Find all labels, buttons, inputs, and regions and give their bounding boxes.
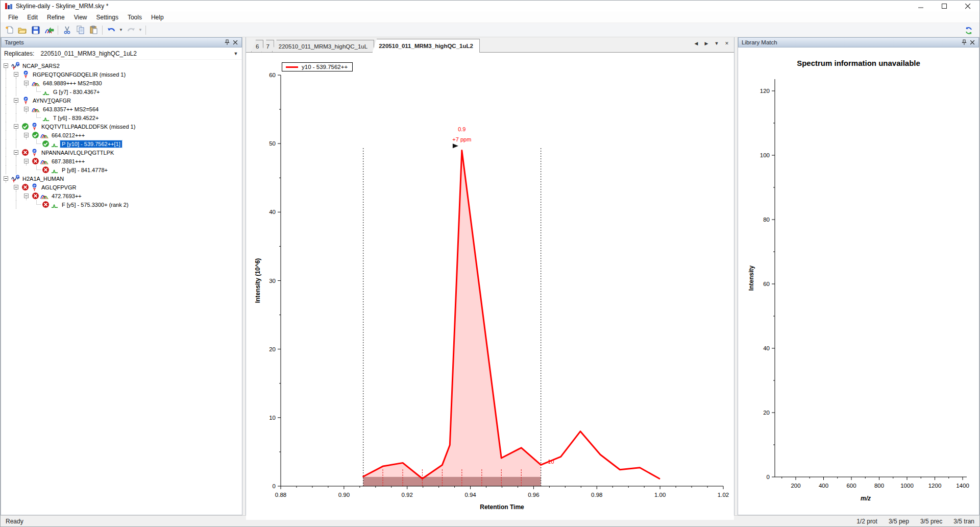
- library-match-header[interactable]: Library Match: [738, 37, 979, 47]
- pin-button[interactable]: [960, 39, 968, 46]
- tree-label[interactable]: 687.3881+++: [50, 158, 86, 165]
- tree-label[interactable]: H2A1A_HUMAN: [21, 175, 65, 182]
- tree-label[interactable]: 664.0212+++: [50, 132, 86, 139]
- tree-label[interactable]: AGLQFPVGR: [40, 184, 78, 191]
- collapse-toggle[interactable]: [14, 150, 18, 155]
- tree-label[interactable]: KQQTVTLLPAADLDDFSK (missed 1): [40, 123, 137, 130]
- collapse-toggle[interactable]: [14, 124, 18, 129]
- tree-label[interactable]: NCAP_SARS2: [21, 62, 61, 69]
- library-plot[interactable]: 200400600800100012001400020406080100120m…: [738, 47, 980, 518]
- svg-text:120: 120: [760, 88, 770, 94]
- tab-replicate-1[interactable]: 220510_011_MRM3_highQC_1uL: [272, 40, 374, 52]
- collapse-toggle[interactable]: [14, 185, 18, 189]
- chevron-down-icon[interactable]: ▼: [232, 51, 240, 56]
- collapse-toggle[interactable]: [24, 159, 29, 163]
- tree-row-transition[interactable]: T [y6] - 839.4522+: [1, 113, 242, 122]
- collapse-toggle[interactable]: [14, 98, 18, 103]
- targets-close-button[interactable]: [231, 39, 239, 46]
- tree-row-peptide[interactable]: KQQTVTLLPAADLDDFSK (missed 1): [1, 122, 242, 131]
- cut-button[interactable]: [60, 24, 74, 36]
- pin-button[interactable]: [223, 39, 231, 46]
- menu-view[interactable]: View: [69, 12, 92, 22]
- collapse-toggle[interactable]: [4, 63, 8, 68]
- tree-row-peptide[interactable]: AYNVTQAFGR: [1, 96, 242, 105]
- close-button[interactable]: [956, 1, 979, 12]
- tree-row-peptide[interactable]: RGPEQTQGNFGDQELIR (missed 1): [1, 70, 242, 79]
- maximize-button[interactable]: [933, 1, 956, 12]
- peptide-icon: [30, 149, 39, 156]
- chromatogram-plot[interactable]: 0.880.900.920.940.960.981.001.0201020304…: [246, 53, 737, 518]
- open-file-button[interactable]: [16, 24, 29, 36]
- tree-row-protein[interactable]: NCAP_SARS2: [1, 61, 242, 70]
- tree-row-precursor[interactable]: 643.8357++ MS2=564: [1, 105, 242, 113]
- collapse-toggle[interactable]: [24, 194, 29, 198]
- tab-6[interactable]: 6: [251, 40, 263, 52]
- tree-row-precursor[interactable]: 687.3881+++: [1, 157, 242, 165]
- title-bar[interactable]: Skyline-daily - Skyline_MRM.sky *: [1, 1, 979, 12]
- menu-file[interactable]: File: [4, 12, 22, 22]
- tree-label[interactable]: NPANNAAIVLQLPQGTTLPK: [40, 149, 115, 156]
- tree-guide: [1, 105, 11, 113]
- tree-label[interactable]: P [y10] - 539.7562++[1]: [60, 140, 122, 148]
- menu-refine[interactable]: Refine: [42, 12, 69, 22]
- svg-text:m/z: m/z: [861, 495, 871, 502]
- collapse-toggle[interactable]: [24, 81, 29, 85]
- replicates-value: 220510_011_MRM3_highQC_1uL2: [40, 50, 137, 57]
- tab-menu-icon[interactable]: ▼: [713, 39, 721, 47]
- tree-row-peptide[interactable]: AGLQFPVGR: [1, 183, 242, 191]
- minimize-icon: [918, 4, 924, 9]
- targets-header[interactable]: Targets: [1, 37, 242, 47]
- tree-guide: [1, 139, 11, 148]
- scroll-tabs-left-icon[interactable]: ◀: [692, 39, 700, 47]
- redo-dropdown[interactable]: ▼: [137, 24, 143, 36]
- tree-guide: [1, 183, 11, 191]
- collapse-toggle[interactable]: [24, 107, 29, 111]
- tree-row-precursor[interactable]: 664.0212+++: [1, 131, 242, 139]
- replicates-combobox[interactable]: 220510_011_MRM3_highQC_1uL2 ▼: [37, 49, 241, 59]
- tree-row-transition[interactable]: P [y8] - 841.4778+: [1, 165, 242, 174]
- tree-label[interactable]: P [y8] - 841.4778+: [60, 166, 109, 174]
- paste-button[interactable]: [87, 24, 100, 36]
- menu-tools[interactable]: Tools: [123, 12, 146, 22]
- transition-icon: [42, 114, 51, 122]
- menu-help[interactable]: Help: [146, 12, 168, 22]
- svg-text:1000: 1000: [900, 483, 914, 489]
- import-results-button[interactable]: [42, 24, 56, 36]
- scroll-tabs-right-icon[interactable]: ▶: [702, 39, 710, 47]
- library-chart[interactable]: Spectrum information unavailable 2004006…: [738, 47, 979, 520]
- collapse-toggle[interactable]: [24, 133, 29, 137]
- tab-replicate-2-active[interactable]: 220510_011_MRM3_highQC_1uL2: [372, 39, 480, 53]
- tree-label[interactable]: RGPEQTQGNFGDQELIR (missed 1): [31, 71, 127, 78]
- tree-label[interactable]: 472.7693++: [50, 193, 83, 200]
- collapse-toggle[interactable]: [14, 72, 18, 77]
- tree-row-precursor[interactable]: 648.9889+++ MS2=830: [1, 79, 242, 87]
- tree-row-protein[interactable]: H2A1A_HUMAN: [1, 174, 242, 183]
- tree-row-peptide[interactable]: NPANNAAIVLQLPQGTTLPK: [1, 148, 242, 157]
- menu-settings[interactable]: Settings: [92, 12, 123, 22]
- tree-label[interactable]: AYNVTQAFGR: [31, 97, 72, 104]
- minimize-button[interactable]: [909, 1, 933, 12]
- save-button[interactable]: [29, 24, 42, 36]
- tree-row-transition[interactable]: G [y7] - 830.4367+: [1, 87, 242, 96]
- tree-label[interactable]: F [y5] - 575.3300+ (rank 2): [60, 201, 130, 208]
- undo-button[interactable]: [105, 24, 118, 36]
- menu-edit[interactable]: Edit: [22, 12, 42, 22]
- redo-button[interactable]: [124, 24, 137, 36]
- tree-label[interactable]: 648.9889+++ MS2=830: [41, 80, 104, 87]
- tree-label[interactable]: 643.8357++ MS2=564: [41, 106, 100, 113]
- close-graph-icon[interactable]: ✕: [723, 39, 731, 47]
- chromatogram-chart[interactable]: y10 - 539.7562++ 0.880.900.920.940.960.9…: [246, 53, 734, 520]
- new-document-button[interactable]: [3, 24, 16, 36]
- tree-row-precursor[interactable]: 472.7693++: [1, 191, 242, 200]
- copy-button[interactable]: [74, 24, 87, 36]
- sync-button[interactable]: [962, 25, 975, 37]
- tree-row-transition-selected[interactable]: P [y10] - 539.7562++[1]: [1, 139, 242, 148]
- undo-dropdown[interactable]: ▼: [118, 24, 124, 36]
- tree-guide: [21, 87, 32, 96]
- library-close-button[interactable]: [968, 39, 976, 46]
- collapse-toggle[interactable]: [4, 176, 8, 181]
- tree-label[interactable]: G [y7] - 830.4367+: [52, 88, 101, 95]
- tree-label[interactable]: T [y6] - 839.4522+: [52, 114, 100, 122]
- tree-row-transition[interactable]: F [y5] - 575.3300+ (rank 2): [1, 200, 242, 209]
- svg-text:Intensity (10^6): Intensity (10^6): [254, 258, 261, 303]
